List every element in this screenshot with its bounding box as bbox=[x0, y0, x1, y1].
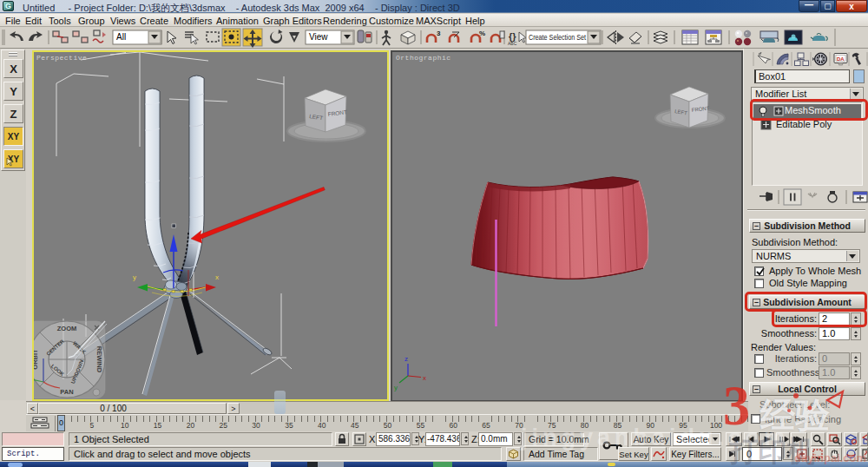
svg-text:y: y bbox=[394, 384, 398, 391]
svg-text:All: All bbox=[116, 32, 126, 42]
svg-text:ORBIT: ORBIT bbox=[34, 349, 39, 370]
svg-text:ABC: ABC bbox=[508, 41, 517, 46]
svg-text:Create Selection Set: Create Selection Set bbox=[529, 33, 586, 42]
svg-text:View: View bbox=[309, 32, 328, 42]
svg-text:y: y bbox=[133, 273, 136, 281]
svg-text:%: % bbox=[479, 30, 485, 37]
svg-text:DA: DA bbox=[837, 56, 845, 62]
svg-text:PAN: PAN bbox=[60, 388, 73, 396]
svg-text:ZOOM: ZOOM bbox=[57, 325, 77, 332]
svg-text:x: x bbox=[215, 273, 219, 281]
svg-text:x: x bbox=[423, 374, 426, 382]
svg-text:z: z bbox=[404, 355, 408, 363]
svg-text:3: 3 bbox=[437, 30, 441, 37]
svg-text:REWIND: REWIND bbox=[95, 346, 103, 373]
